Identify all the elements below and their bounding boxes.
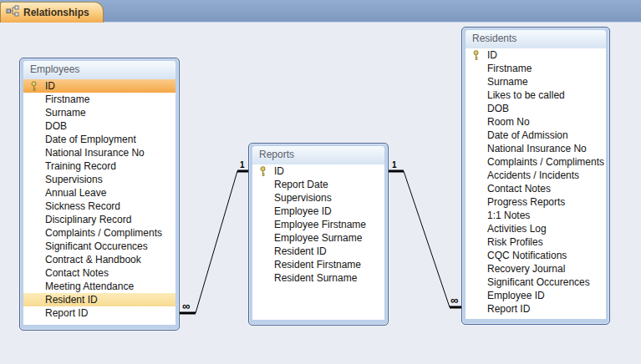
field-row[interactable]: Surname [23, 106, 176, 119]
table-header-reports[interactable]: Reports [252, 146, 384, 164]
relationships-diagram-icon [6, 5, 19, 20]
field-label: Accidents / Incidents [486, 169, 579, 182]
field-row[interactable]: Sickness Record [23, 200, 176, 213]
field-label: 1:1 Notes [486, 209, 530, 222]
field-row[interactable]: Employee ID [465, 289, 606, 302]
field-label: Resident Surname [272, 271, 357, 285]
field-label: Employee ID [272, 205, 332, 218]
field-list-employees: ID Firstname Surname DOB Date of Employm… [23, 79, 176, 325]
field-row[interactable]: Annual Leave [23, 186, 176, 200]
field-row[interactable]: CQC Notifications [465, 249, 606, 262]
field-label: Disciplinary Record [43, 213, 131, 226]
field-label: Resident Firstname [272, 258, 361, 271]
field-row[interactable]: DOB [465, 102, 606, 115]
field-label: Employee ID [486, 289, 545, 302]
document-tab-bar: Relationships [0, 0, 641, 23]
field-row[interactable]: Activities Log [465, 222, 606, 235]
field-label: Firstname [486, 62, 532, 75]
field-label: National Insurance No [486, 142, 587, 155]
field-label: Report Date [272, 178, 328, 191]
field-row[interactable]: Date of Employment [23, 133, 176, 146]
table-header-employees[interactable]: Employees [23, 61, 176, 79]
field-row[interactable]: Significant Occurences [465, 276, 606, 289]
field-label: Complaints / Compliments [486, 155, 604, 169]
field-row[interactable]: Complaints / Compliments [465, 155, 606, 169]
field-label: ID [486, 48, 497, 62]
field-row[interactable]: Disciplinary Record [23, 213, 176, 226]
field-row[interactable]: Contact Notes [23, 266, 176, 280]
field-row[interactable]: Employee ID [252, 205, 384, 218]
field-label: Contact Notes [486, 182, 551, 195]
field-row[interactable]: ID [23, 79, 176, 93]
field-row[interactable]: Contract & Handbook [23, 253, 176, 266]
field-row[interactable]: Report ID [23, 306, 176, 320]
field-row[interactable]: Progress Reports [465, 195, 606, 209]
field-label: Resident ID [272, 245, 327, 258]
field-row[interactable]: ID [465, 48, 606, 62]
field-label: ID [43, 79, 55, 93]
table-box-employees[interactable]: Employees ID Firstname Surname DOB Date … [19, 58, 180, 331]
field-row[interactable]: Surname [465, 75, 606, 88]
field-row[interactable]: Supervisions [252, 191, 384, 205]
relationship-line-reports-residents[interactable]: 1 ∞ [389, 160, 461, 307]
field-row[interactable]: Resident Surname [252, 271, 384, 285]
relationship-line-reports-employees[interactable]: ∞ 1 [180, 160, 248, 313]
field-label: Annual Leave [43, 186, 106, 200]
field-row[interactable]: DOB [23, 119, 176, 133]
field-label: Significant Occurences [43, 240, 148, 253]
field-row[interactable]: Date of Admission [465, 129, 606, 142]
field-row[interactable]: Report ID [465, 302, 606, 316]
field-row[interactable]: Accidents / Incidents [465, 169, 606, 182]
field-list-reports: ID Report Date Supervisions Employee ID … [252, 164, 384, 320]
field-label: Employee Surname [272, 231, 362, 245]
table-header-residents[interactable]: Residents [465, 30, 606, 48]
field-label: Likes to be called [486, 88, 565, 102]
field-label: Report ID [486, 302, 530, 316]
field-row[interactable]: Room No [465, 115, 606, 129]
relationships-canvas[interactable]: ∞ 1 1 ∞ Employees ID Firstname Surname D… [0, 23, 641, 364]
primary-key-icon [465, 50, 486, 61]
field-row[interactable]: Resident ID [252, 245, 384, 258]
field-row[interactable]: ID [252, 164, 384, 178]
field-row[interactable]: National Insurance No [465, 142, 606, 155]
field-label: Progress Reports [486, 195, 565, 209]
field-row[interactable]: 1:1 Notes [465, 209, 606, 222]
field-label: DOB [486, 102, 509, 115]
field-label: Activities Log [486, 222, 547, 235]
field-label: Recovery Journal [486, 262, 565, 276]
field-row[interactable]: Complaints / Compliments [23, 226, 176, 240]
field-row[interactable]: Employee Surname [252, 231, 384, 245]
tab-label: Relationships [23, 7, 89, 18]
field-row[interactable]: Recovery Journal [465, 262, 606, 276]
table-box-reports[interactable]: Reports ID Report Date Supervisions Empl… [248, 143, 389, 326]
field-label: Surname [486, 75, 528, 88]
field-row[interactable]: Report Date [252, 178, 384, 191]
field-row[interactable]: Resident ID [23, 293, 176, 306]
field-row[interactable]: Contact Notes [465, 182, 606, 195]
field-label: Contact Notes [43, 266, 109, 280]
field-row[interactable]: National Insurance No [23, 146, 176, 159]
field-row[interactable]: Firstname [23, 93, 176, 106]
tab-relationships[interactable]: Relationships [0, 2, 104, 23]
many-cardinality-label: ∞ [450, 294, 458, 306]
field-row[interactable]: Likes to be called [465, 88, 606, 102]
field-label: Meeting Attendance [43, 280, 134, 293]
field-label: Contract & Handbook [43, 253, 141, 266]
field-row[interactable]: Firstname [465, 62, 606, 75]
table-box-residents[interactable]: Residents ID Firstname Surname Likes to … [461, 27, 610, 325]
field-label: Complaints / Compliments [43, 226, 162, 240]
field-row[interactable]: Supervisions [23, 173, 176, 186]
field-row[interactable]: Resident Firstname [252, 258, 384, 271]
field-label: DOB [43, 119, 67, 133]
field-label: Surname [43, 106, 86, 119]
field-row[interactable]: Training Record [23, 159, 176, 173]
field-row[interactable]: Employee Firstname [252, 218, 384, 231]
primary-key-icon [23, 81, 43, 92]
field-label: Employee Firstname [272, 218, 366, 231]
field-label: ID [272, 164, 284, 178]
field-row[interactable]: Significant Occurences [23, 240, 176, 253]
field-row[interactable]: Risk Profiles [465, 235, 606, 249]
field-label: Date of Employment [43, 133, 136, 146]
field-row[interactable]: Meeting Attendance [23, 280, 176, 293]
field-label: Sickness Record [43, 200, 120, 213]
